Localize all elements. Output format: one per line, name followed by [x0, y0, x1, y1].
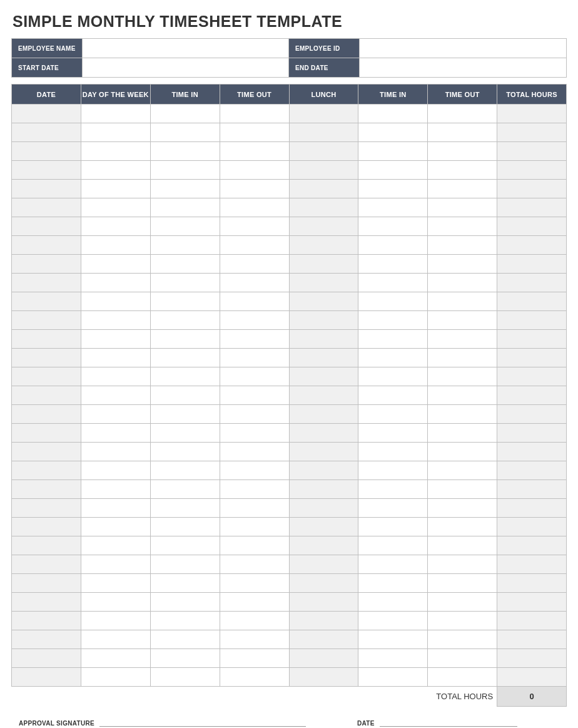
- cell-lunch[interactable]: [289, 330, 358, 349]
- cell-in1[interactable]: [150, 330, 220, 349]
- cell-in1[interactable]: [150, 536, 220, 555]
- cell-date[interactable]: [12, 161, 81, 180]
- cell-date[interactable]: [12, 386, 81, 405]
- cell-out2[interactable]: [428, 349, 497, 367]
- cell-total[interactable]: [497, 649, 567, 668]
- cell-total[interactable]: [497, 536, 567, 555]
- cell-in1[interactable]: [150, 105, 220, 123]
- cell-total[interactable]: [497, 424, 567, 443]
- cell-day[interactable]: [81, 180, 150, 198]
- cell-lunch[interactable]: [289, 518, 358, 536]
- cell-in1[interactable]: [150, 518, 220, 536]
- cell-lunch[interactable]: [289, 123, 358, 142]
- cell-in2[interactable]: [358, 217, 428, 236]
- cell-date[interactable]: [12, 499, 81, 518]
- cell-total[interactable]: [497, 311, 567, 330]
- cell-day[interactable]: [81, 649, 150, 668]
- cell-out2[interactable]: [428, 593, 497, 612]
- cell-date[interactable]: [12, 536, 81, 555]
- end-date-value[interactable]: [360, 58, 567, 78]
- employee-name-value[interactable]: [83, 39, 289, 58]
- cell-out2[interactable]: [428, 311, 497, 330]
- cell-total[interactable]: [497, 518, 567, 536]
- cell-in1[interactable]: [150, 255, 220, 274]
- cell-out2[interactable]: [428, 161, 497, 180]
- cell-in2[interactable]: [358, 367, 428, 386]
- cell-total[interactable]: [497, 161, 567, 180]
- cell-out2[interactable]: [428, 142, 497, 161]
- cell-in1[interactable]: [150, 668, 220, 687]
- cell-out1[interactable]: [220, 461, 289, 480]
- cell-out2[interactable]: [428, 649, 497, 668]
- cell-in2[interactable]: [358, 649, 428, 668]
- cell-date[interactable]: [12, 330, 81, 349]
- cell-out2[interactable]: [428, 255, 497, 274]
- cell-out1[interactable]: [220, 142, 289, 161]
- cell-in2[interactable]: [358, 555, 428, 574]
- cell-out1[interactable]: [220, 649, 289, 668]
- cell-in1[interactable]: [150, 367, 220, 386]
- employee-id-value[interactable]: [360, 39, 567, 58]
- cell-day[interactable]: [81, 198, 150, 217]
- cell-in2[interactable]: [358, 499, 428, 518]
- cell-out2[interactable]: [428, 330, 497, 349]
- cell-out2[interactable]: [428, 386, 497, 405]
- cell-total[interactable]: [497, 555, 567, 574]
- cell-total[interactable]: [497, 236, 567, 255]
- cell-out1[interactable]: [220, 349, 289, 367]
- cell-out1[interactable]: [220, 311, 289, 330]
- cell-out1[interactable]: [220, 274, 289, 292]
- cell-out2[interactable]: [428, 499, 497, 518]
- cell-out1[interactable]: [220, 536, 289, 555]
- cell-in2[interactable]: [358, 518, 428, 536]
- cell-out1[interactable]: [220, 480, 289, 499]
- cell-out1[interactable]: [220, 405, 289, 424]
- cell-in1[interactable]: [150, 217, 220, 236]
- cell-out1[interactable]: [220, 123, 289, 142]
- cell-out2[interactable]: [428, 123, 497, 142]
- cell-in2[interactable]: [358, 480, 428, 499]
- cell-lunch[interactable]: [289, 668, 358, 687]
- cell-out1[interactable]: [220, 499, 289, 518]
- cell-day[interactable]: [81, 461, 150, 480]
- cell-in2[interactable]: [358, 443, 428, 461]
- cell-out1[interactable]: [220, 630, 289, 649]
- cell-day[interactable]: [81, 367, 150, 386]
- cell-in1[interactable]: [150, 480, 220, 499]
- start-date-value[interactable]: [83, 58, 289, 78]
- cell-lunch[interactable]: [289, 198, 358, 217]
- cell-total[interactable]: [497, 386, 567, 405]
- cell-out1[interactable]: [220, 668, 289, 687]
- cell-total[interactable]: [497, 443, 567, 461]
- cell-day[interactable]: [81, 274, 150, 292]
- cell-in2[interactable]: [358, 292, 428, 311]
- cell-total[interactable]: [497, 123, 567, 142]
- cell-date[interactable]: [12, 198, 81, 217]
- cell-in2[interactable]: [358, 255, 428, 274]
- cell-in1[interactable]: [150, 123, 220, 142]
- cell-in2[interactable]: [358, 198, 428, 217]
- cell-day[interactable]: [81, 499, 150, 518]
- cell-date[interactable]: [12, 480, 81, 499]
- cell-out1[interactable]: [220, 330, 289, 349]
- cell-total[interactable]: [497, 330, 567, 349]
- cell-in1[interactable]: [150, 180, 220, 198]
- cell-in2[interactable]: [358, 236, 428, 255]
- cell-lunch[interactable]: [289, 612, 358, 630]
- cell-date[interactable]: [12, 123, 81, 142]
- cell-in2[interactable]: [358, 274, 428, 292]
- cell-day[interactable]: [81, 555, 150, 574]
- cell-out1[interactable]: [220, 386, 289, 405]
- cell-total[interactable]: [497, 255, 567, 274]
- cell-day[interactable]: [81, 292, 150, 311]
- cell-total[interactable]: [497, 480, 567, 499]
- cell-total[interactable]: [497, 499, 567, 518]
- cell-in1[interactable]: [150, 236, 220, 255]
- cell-lunch[interactable]: [289, 574, 358, 593]
- cell-date[interactable]: [12, 649, 81, 668]
- cell-total[interactable]: [497, 593, 567, 612]
- cell-out1[interactable]: [220, 424, 289, 443]
- cell-lunch[interactable]: [289, 311, 358, 330]
- cell-in1[interactable]: [150, 292, 220, 311]
- cell-day[interactable]: [81, 668, 150, 687]
